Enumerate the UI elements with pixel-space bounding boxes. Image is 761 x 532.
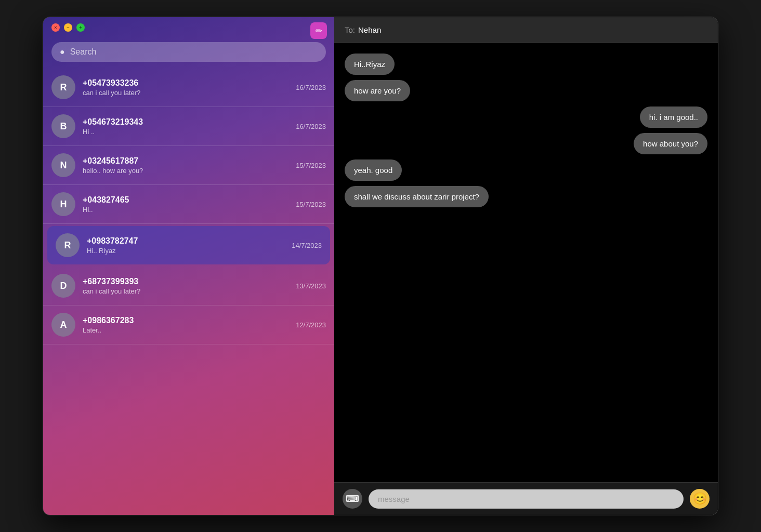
contact-info: +05473933236 can i call you later? — [83, 78, 288, 97]
message-input[interactable] — [369, 489, 684, 509]
contact-preview: Later.. — [83, 326, 288, 334]
maximize-button[interactable]: + — [76, 23, 85, 32]
contact-phone: +054673219343 — [83, 117, 288, 127]
contact-phone: +0983782747 — [87, 236, 284, 246]
contact-info: +0986367283 Later.. — [83, 316, 288, 334]
contact-date: 16/7/2023 — [296, 123, 326, 130]
search-bar: ● — [51, 42, 326, 62]
window-controls: × − + — [43, 17, 334, 38]
keyboard-button[interactable]: ⌨ — [343, 489, 362, 509]
contact-phone: +043827465 — [83, 195, 288, 205]
contact-list: R +05473933236 can i call you later? 16/… — [43, 68, 334, 515]
avatar: D — [51, 274, 75, 298]
contact-info: +054673219343 Hi .. — [83, 117, 288, 136]
contact-preview: Hi .. — [83, 128, 288, 136]
contact-item[interactable]: R +05473933236 can i call you later? 16/… — [43, 68, 334, 107]
message-bubble-received: Hi..Riyaz — [345, 54, 395, 75]
contact-info: +03245617887 hello.. how are you? — [83, 156, 288, 175]
contact-item[interactable]: H +043827465 Hi.. 15/7/2023 — [43, 185, 334, 224]
avatar: A — [51, 313, 75, 337]
avatar: R — [56, 233, 80, 257]
close-button[interactable]: × — [51, 23, 60, 32]
search-icon: ● — [60, 47, 65, 57]
contact-date: 13/7/2023 — [296, 282, 326, 290]
message-bubble-received: shall we discuss about zarir project? — [345, 186, 489, 207]
contact-date: 14/7/2023 — [292, 242, 322, 249]
contact-item[interactable]: D +68737399393 can i call you later? 13/… — [43, 267, 334, 305]
avatar: B — [51, 114, 75, 138]
contact-item[interactable]: N +03245617887 hello.. how are you? 15/7… — [43, 146, 334, 185]
contact-preview: Hi.. Riyaz — [87, 247, 284, 255]
avatar: N — [51, 153, 75, 177]
avatar: R — [51, 75, 75, 99]
compose-icon: ✏ — [316, 26, 322, 36]
contact-phone: +68737399393 — [83, 277, 288, 286]
search-input[interactable] — [70, 47, 318, 57]
contact-preview: can i call you later? — [83, 89, 288, 97]
emoji-icon: 😊 — [693, 492, 707, 506]
contact-phone: +05473933236 — [83, 78, 288, 88]
chat-input-bar: ⌨ 😊 — [334, 482, 718, 515]
app-window: × − + ✏ ● R +05473933236 can i call you … — [43, 17, 718, 515]
contact-date: 16/7/2023 — [296, 84, 326, 91]
chat-panel: To: Nehan Hi..Riyazhow are you?hi. i am … — [334, 17, 718, 515]
contact-preview: can i call you later? — [83, 287, 288, 295]
contact-phone: +03245617887 — [83, 156, 288, 166]
contact-item[interactable]: R +0983782747 Hi.. Riyaz 14/7/2023 — [47, 226, 330, 264]
message-bubble-received: yeah. good — [345, 159, 402, 181]
contact-phone: +0986367283 — [83, 316, 288, 325]
to-label: To: — [345, 25, 355, 34]
contact-info: +68737399393 can i call you later? — [83, 277, 288, 295]
contact-date: 15/7/2023 — [296, 201, 326, 208]
avatar: H — [51, 192, 75, 216]
message-bubble-sent: hi. i am good.. — [640, 107, 707, 128]
chat-recipient-name: Nehan — [358, 25, 381, 34]
contact-preview: hello.. how are you? — [83, 167, 288, 175]
contact-date: 12/7/2023 — [296, 321, 326, 329]
chat-header: To: Nehan — [334, 17, 718, 43]
contact-date: 15/7/2023 — [296, 162, 326, 169]
keyboard-icon: ⌨ — [346, 493, 359, 504]
contact-info: +0983782747 Hi.. Riyaz — [87, 236, 284, 255]
compose-button[interactable]: ✏ — [310, 22, 327, 39]
minimize-button[interactable]: − — [64, 23, 72, 32]
messages-area: Hi..Riyazhow are you?hi. i am good..how … — [334, 43, 718, 482]
sidebar: × − + ✏ ● R +05473933236 can i call you … — [43, 17, 334, 515]
contact-item[interactable]: B +054673219343 Hi .. 16/7/2023 — [43, 107, 334, 146]
contact-info: +043827465 Hi.. — [83, 195, 288, 214]
contact-item[interactable]: A +0986367283 Later.. 12/7/2023 — [43, 305, 334, 344]
contact-preview: Hi.. — [83, 206, 288, 214]
message-bubble-received: how are you? — [345, 80, 410, 101]
message-bubble-sent: how about you? — [634, 133, 707, 154]
emoji-button[interactable]: 😊 — [690, 489, 710, 509]
